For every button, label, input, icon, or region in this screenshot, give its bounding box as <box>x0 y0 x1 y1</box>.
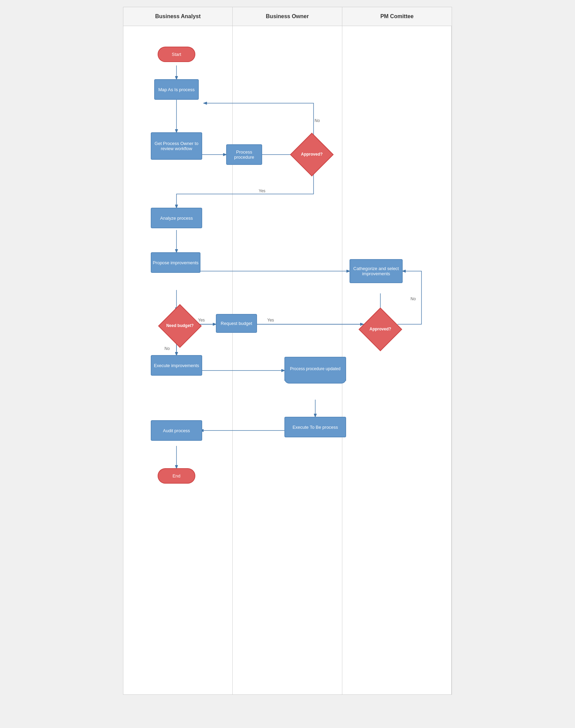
approved2-label: Approved? <box>369 327 391 332</box>
request-budget-label: Request budget <box>221 321 252 326</box>
get-process-owner-shape: Get Process Owner to review workflow <box>151 132 202 160</box>
lane-pm-committee <box>342 26 452 694</box>
process-procedure-updated-shape: Process procedure updated <box>284 357 346 381</box>
categorize-label: Cathegorize and select improvements <box>350 266 402 276</box>
end-label: End <box>172 473 180 478</box>
header-business-owner: Business Owner <box>233 7 342 26</box>
diagram-container: Business Analyst Business Owner PM Comit… <box>123 7 452 695</box>
need-budget-label: Need budget? <box>166 323 194 329</box>
start-shape: Start <box>158 47 195 62</box>
diagram-body: No Yes No Yes Yes No <box>123 26 452 694</box>
start-label: Start <box>172 52 181 57</box>
process-procedure-updated-label: Process procedure updated <box>290 366 340 371</box>
propose-improvements-label: Propose improvements <box>153 260 199 265</box>
propose-improvements-shape: Propose improvements <box>151 252 200 273</box>
header-business-analyst: Business Analyst <box>123 7 233 26</box>
execute-to-be-label: Execute To Be process <box>293 425 338 430</box>
process-procedure-label: Process procedure <box>227 149 261 160</box>
map-as-is-shape: Map As Is process <box>154 79 199 100</box>
analyze-process-shape: Analyze process <box>151 208 202 228</box>
get-process-owner-label: Get Process Owner to review workflow <box>151 141 201 151</box>
audit-process-shape: Audit process <box>151 420 202 441</box>
execute-improvements-label: Execute improvements <box>154 363 199 368</box>
request-budget-shape: Request budget <box>216 314 257 333</box>
header-pm-committee: PM Comittee <box>342 7 452 26</box>
execute-improvements-shape: Execute improvements <box>151 355 202 376</box>
process-procedure-shape: Process procedure <box>226 144 262 165</box>
end-shape: End <box>158 468 195 484</box>
audit-process-label: Audit process <box>163 428 190 433</box>
categorize-shape: Cathegorize and select improvements <box>350 259 403 283</box>
diagram-header: Business Analyst Business Owner PM Comit… <box>123 7 452 26</box>
analyze-process-label: Analyze process <box>160 216 193 221</box>
execute-to-be-shape: Execute To Be process <box>284 417 346 437</box>
approved1-label: Approved? <box>301 152 322 157</box>
map-as-is-label: Map As Is process <box>158 87 195 92</box>
